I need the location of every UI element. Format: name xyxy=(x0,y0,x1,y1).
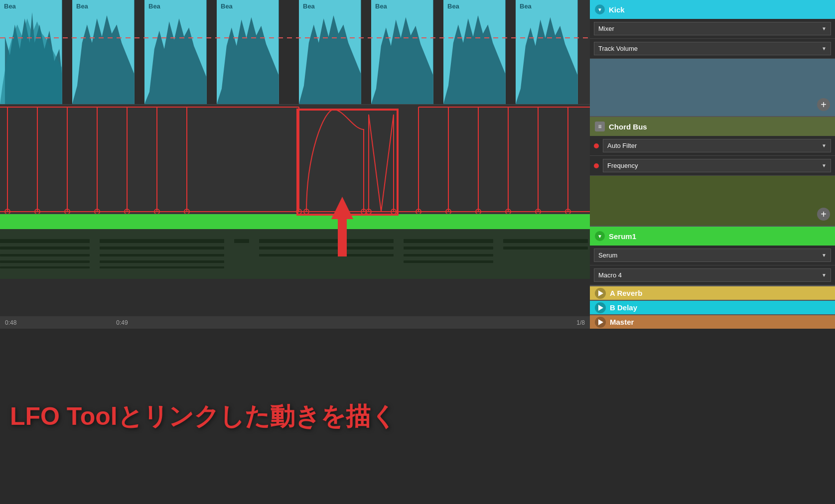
track-volume-dropdown-arrow: ▼ xyxy=(822,46,827,51)
beat-clip-label-8: Bea xyxy=(520,2,532,10)
mixer-label: Mixer xyxy=(598,25,822,32)
auto-filter-arrow: ▼ xyxy=(822,143,827,148)
a-reverb-section[interactable]: A Reverb xyxy=(590,285,835,300)
auto-filter-dropdown[interactable]: Auto Filter ▼ xyxy=(603,139,831,152)
note-track xyxy=(0,229,590,279)
svg-rect-44 xyxy=(234,239,249,243)
annotation-text: LFO Toolとリンクした動きを描く xyxy=(10,400,396,433)
chord-bus-icon: ≡ xyxy=(595,122,605,131)
dashed-red-line xyxy=(0,37,590,38)
master-section[interactable]: Master xyxy=(590,314,835,329)
master-name: Master xyxy=(610,318,634,326)
b-delay-name: B Delay xyxy=(610,303,637,312)
serum1-collapse-arrow[interactable]: ▼ xyxy=(595,231,605,241)
svg-rect-49 xyxy=(100,247,224,250)
frequency-dropdown[interactable]: Frequency ▼ xyxy=(603,159,831,172)
chord-bus-name: Chord Bus xyxy=(609,123,647,131)
svg-rect-48 xyxy=(0,247,90,250)
serum-green-bar xyxy=(0,214,590,229)
macro4-dropdown-row[interactable]: Macro 4 ▼ xyxy=(590,265,835,285)
frequency-row[interactable]: Frequency ▼ xyxy=(590,156,835,176)
track-volume-dropdown-row[interactable]: Track Volume ▼ xyxy=(590,39,835,59)
mixer-dropdown[interactable]: Mixer ▼ xyxy=(594,22,831,35)
auto-filter-label: Auto Filter xyxy=(607,142,822,149)
kick-collapse-arrow[interactable]: ▼ xyxy=(595,4,605,14)
svg-rect-57 xyxy=(0,260,90,263)
serum-label: Serum xyxy=(598,252,822,259)
svg-rect-51 xyxy=(404,247,493,250)
arrow-annotation xyxy=(331,197,353,256)
track-volume-label: Track Volume xyxy=(598,45,822,52)
serum1-header[interactable]: ▼ Serum1 xyxy=(590,227,835,246)
chord-bus-add-button[interactable]: + xyxy=(817,208,830,221)
a-reverb-play-icon[interactable] xyxy=(595,288,606,299)
chord-bus-header[interactable]: ≡ Chord Bus xyxy=(590,117,835,136)
master-play-icon[interactable] xyxy=(595,317,606,328)
macro4-dropdown[interactable]: Macro 4 ▼ xyxy=(594,268,831,282)
macro4-label: Macro 4 xyxy=(598,271,822,279)
svg-rect-52 xyxy=(503,247,588,250)
timestamp-bar: 0:48 0:49 1/8 xyxy=(0,316,590,329)
serum1-track-name: Serum1 xyxy=(609,232,636,241)
svg-rect-45 xyxy=(259,239,394,243)
kick-add-button[interactable]: + xyxy=(817,98,830,111)
frequency-dot xyxy=(594,163,599,168)
timestamp-right: 1/8 xyxy=(576,319,585,326)
timestamp-mid: 0:49 xyxy=(116,319,128,326)
svg-rect-60 xyxy=(0,266,90,268)
svg-rect-50 xyxy=(259,247,394,250)
svg-rect-58 xyxy=(100,260,224,263)
serum-dropdown[interactable]: Serum ▼ xyxy=(594,249,831,262)
svg-rect-61 xyxy=(100,266,224,268)
timestamp-left: 0:48 xyxy=(5,319,16,326)
bottom-area: LFO Toolとリンクした動きを描く xyxy=(0,329,835,504)
svg-rect-46 xyxy=(404,239,493,243)
beat-clip-label-4: Bea xyxy=(221,2,233,10)
beat-clip-label-7: Bea xyxy=(447,2,459,10)
svg-rect-54 xyxy=(100,254,224,256)
track-volume-dropdown[interactable]: Track Volume ▼ xyxy=(594,42,831,55)
serum-arrow: ▼ xyxy=(822,252,827,258)
auto-filter-row[interactable]: Auto Filter ▼ xyxy=(590,136,835,156)
beat-clip-label-1: Bea xyxy=(4,2,16,10)
macro4-arrow: ▼ xyxy=(822,272,827,278)
svg-rect-53 xyxy=(0,254,90,256)
svg-rect-42 xyxy=(0,239,90,243)
frequency-label: Frequency xyxy=(607,162,822,169)
a-reverb-name: A Reverb xyxy=(610,289,642,297)
frequency-arrow: ▼ xyxy=(822,163,827,168)
beat-clip-label-3: Bea xyxy=(148,2,160,10)
svg-rect-0 xyxy=(0,105,590,214)
kick-empty-area: + xyxy=(590,59,835,116)
b-delay-play-icon[interactable] xyxy=(595,302,606,313)
kick-track-header[interactable]: ▼ Kick xyxy=(590,0,835,19)
mixer-dropdown-row[interactable]: Mixer ▼ xyxy=(590,19,835,39)
b-delay-section[interactable]: B Delay xyxy=(590,300,835,314)
kick-track-name: Kick xyxy=(609,5,625,14)
svg-rect-47 xyxy=(503,239,588,243)
svg-rect-59 xyxy=(404,260,493,263)
mixer-dropdown-arrow: ▼ xyxy=(822,26,827,31)
svg-rect-55 xyxy=(259,254,394,256)
beat-clip-label-5: Bea xyxy=(303,2,315,10)
serum-dropdown-row[interactable]: Serum ▼ xyxy=(590,246,835,265)
svg-rect-43 xyxy=(100,239,224,243)
beat-clip-label-2: Bea xyxy=(76,2,88,10)
chord-bus-green-area: + xyxy=(590,176,835,226)
beat-clip-label-6: Bea xyxy=(375,2,387,10)
auto-filter-dot xyxy=(594,143,599,148)
svg-rect-56 xyxy=(404,254,493,256)
